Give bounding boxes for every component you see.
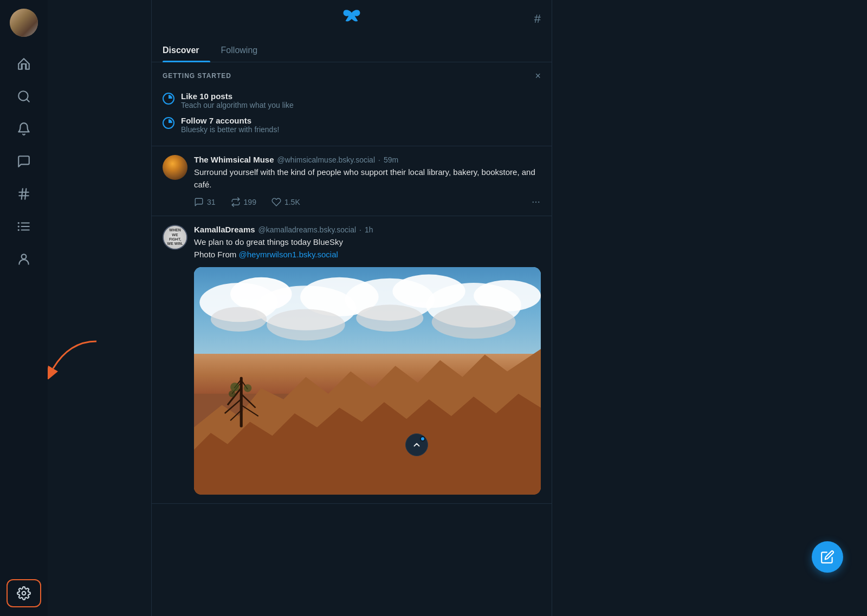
feed-column: # Discover Following GETTING STARTED × L…	[151, 0, 552, 616]
post-2-meta: KamallaDreams @kamalladreams.bsky.social…	[194, 225, 541, 234]
post-2-content: KamallaDreams @kamalladreams.bsky.social…	[194, 225, 541, 495]
post-2-avatar: WHEN WE FIGHT, WE WIN.	[163, 225, 187, 250]
task-like-posts: Like 10 posts Teach our algorithm what y…	[163, 88, 541, 113]
post-1-like-btn[interactable]: 1.5K	[271, 197, 300, 207]
svg-point-41	[244, 385, 251, 392]
svg-point-11	[18, 229, 20, 231]
svg-point-28	[356, 305, 423, 332]
svg-point-42	[229, 391, 235, 397]
right-panel	[552, 0, 764, 616]
svg-point-9	[18, 222, 20, 224]
getting-started-section: GETTING STARTED × Like 10 posts Teach ou…	[152, 62, 552, 146]
sidebar-item-profile[interactable]	[7, 245, 41, 273]
svg-line-1	[27, 99, 29, 102]
task-follow-accounts-sub: Bluesky is better with friends!	[181, 125, 279, 134]
post-2-time: 1h	[365, 225, 373, 234]
post-1-time: 59m	[384, 155, 398, 164]
svg-point-13	[22, 592, 26, 595]
post-2-author-name: KamallaDreams	[194, 225, 255, 234]
task-like-posts-sub: Teach our algorithm what you like	[181, 101, 294, 109]
post-2-link[interactable]: @heymrwilson1.bsky.social	[239, 250, 338, 259]
svg-point-40	[230, 383, 240, 392]
post-2-header: WHEN WE FIGHT, WE WIN. KamallaDreams @ka…	[163, 225, 541, 495]
svg-point-15	[533, 202, 534, 203]
svg-point-17	[538, 202, 539, 203]
svg-point-26	[211, 307, 267, 332]
getting-started-header: GETTING STARTED ×	[163, 71, 541, 81]
post-1-header: The Whimsical Muse @whimsicalmuse.bsky.s…	[163, 155, 541, 207]
svg-point-10	[18, 225, 20, 227]
sidebar-item-notifications[interactable]	[7, 115, 41, 143]
post-1-repost-count: 199	[244, 198, 256, 206]
post-1-author-handle: @whimsicalmuse.bsky.social	[277, 155, 375, 164]
sidebar-item-feeds[interactable]	[7, 180, 41, 208]
post-1-actions: 31 199 1.5K	[194, 197, 541, 207]
task-follow-accounts-circle	[163, 117, 174, 129]
post-1-author-name: The Whimsical Muse	[194, 155, 274, 164]
svg-line-4	[22, 189, 23, 199]
post-2-image	[194, 267, 541, 495]
post-1-repost-btn[interactable]: 199	[231, 197, 256, 207]
sidebar-item-lists[interactable]	[7, 212, 41, 241]
post-1-meta: The Whimsical Muse @whimsicalmuse.bsky.s…	[194, 155, 541, 164]
tab-discover[interactable]: Discover	[163, 38, 210, 62]
feed-header: #	[152, 0, 552, 38]
getting-started-close[interactable]: ×	[535, 71, 541, 81]
post-1-avatar	[163, 155, 187, 180]
svg-line-5	[25, 189, 26, 199]
svg-rect-31	[240, 377, 243, 427]
compose-button[interactable]	[812, 541, 843, 573]
hashtag-button[interactable]: #	[534, 12, 541, 26]
task-follow-accounts-main: Follow 7 accounts	[181, 116, 279, 125]
main-area: # Discover Following GETTING STARTED × L…	[48, 0, 867, 616]
post-1[interactable]: The Whimsical Muse @whimsicalmuse.bsky.s…	[152, 146, 552, 216]
post-1-comment-btn[interactable]: 31	[194, 197, 216, 207]
sidebar-item-home[interactable]	[7, 50, 41, 78]
post-1-more-btn[interactable]	[531, 197, 541, 207]
svg-point-27	[267, 309, 345, 341]
sidebar-item-settings[interactable]	[7, 579, 41, 607]
post-2-author-handle: @kamalladreams.bsky.social	[258, 225, 356, 234]
svg-point-29	[432, 306, 516, 339]
svg-point-16	[535, 202, 536, 203]
avatar[interactable]	[10, 9, 38, 37]
svg-point-12	[22, 254, 27, 259]
feed-tabs: Discover Following	[152, 38, 552, 62]
sidebar	[0, 0, 48, 616]
scroll-to-top-button[interactable]	[405, 433, 428, 456]
task-like-posts-circle	[163, 93, 174, 105]
post-1-comment-count: 31	[207, 198, 216, 206]
task-like-posts-text: Like 10 posts Teach our algorithm what y…	[181, 92, 294, 109]
task-follow-accounts-text: Follow 7 accounts Bluesky is better with…	[181, 116, 279, 134]
sidebar-item-messages[interactable]	[7, 147, 41, 176]
post-2[interactable]: WHEN WE FIGHT, WE WIN. KamallaDreams @ka…	[152, 216, 552, 504]
post-1-body: Surround yourself with the kind of peopl…	[194, 166, 541, 191]
post-1-content: The Whimsical Muse @whimsicalmuse.bsky.s…	[194, 155, 541, 207]
post-1-like-count: 1.5K	[284, 198, 300, 206]
getting-started-title: GETTING STARTED	[163, 72, 231, 80]
task-like-posts-main: Like 10 posts	[181, 92, 294, 101]
scroll-notification-dot	[420, 436, 425, 442]
sidebar-item-search[interactable]	[7, 82, 41, 111]
bluesky-logo	[342, 9, 361, 29]
post-2-body: We plan to do great things today BlueSky…	[194, 236, 541, 261]
task-follow-accounts: Follow 7 accounts Bluesky is better with…	[163, 113, 541, 137]
tab-following[interactable]: Following	[221, 38, 269, 62]
